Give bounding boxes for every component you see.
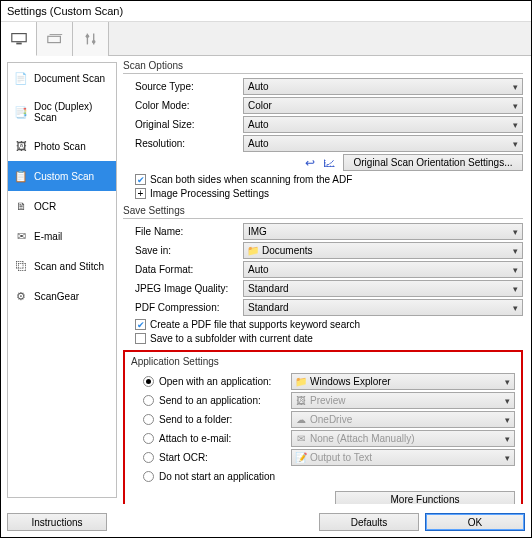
send-folder-radio[interactable]: Send to a folder: [131,414,291,425]
sidebar-label: E-mail [34,231,62,242]
svg-rect-2 [47,36,60,42]
pdf-keyword-checkbox[interactable]: ✔Create a PDF file that supports keyword… [123,319,523,330]
mail-icon: ✉ [295,433,307,445]
photo-icon: 🖼 [14,139,28,153]
app-settings-title: Application Settings [131,356,515,369]
no-app-radio[interactable]: Do not start an application [131,471,291,482]
custom-icon: 📋 [14,169,28,183]
sidebar-item-duplex-scan[interactable]: 📑Doc (Duplex) Scan [8,93,116,131]
svg-rect-1 [16,42,21,44]
tools-icon [82,31,100,47]
scan-options-section: Scan Options Source Type:Auto Color Mode… [123,60,523,199]
email-icon: ✉ [14,229,28,243]
open-app-radio[interactable]: Open with an application: [131,376,291,387]
gear-icon: ⚙ [14,289,28,303]
onedrive-icon: ☁ [295,414,307,426]
application-settings-section: Application Settings Open with an applic… [123,350,523,504]
original-size-label: Original Size: [123,119,243,130]
explorer-icon: 📁 [295,376,307,388]
send-app-select[interactable]: 🖼Preview [291,392,515,409]
svg-point-6 [85,35,89,39]
sidebar-label: Document Scan [34,73,105,84]
subfolder-checkbox[interactable]: Save to a subfolder with current date [123,333,523,344]
file-name-input[interactable]: IMG [243,223,523,240]
radio-icon [143,471,154,482]
scan-both-sides-checkbox[interactable]: ✔Scan both sides when scanning from the … [123,174,523,185]
source-type-select[interactable]: Auto [243,78,523,95]
tab-general-settings[interactable] [73,22,109,56]
sidebar: 📄Document Scan 📑Doc (Duplex) Scan 🖼Photo… [7,62,117,498]
instructions-button[interactable]: Instructions [7,513,107,531]
save-in-select[interactable]: 📁Documents [243,242,523,259]
radio-icon [143,414,154,425]
sidebar-item-custom-scan[interactable]: 📋Custom Scan [8,161,116,191]
content-area: 📄Document Scan 📑Doc (Duplex) Scan 🖼Photo… [1,56,531,504]
save-settings-title: Save Settings [123,205,523,219]
attach-email-select[interactable]: ✉None (Attach Manually) [291,430,515,447]
original-size-select[interactable]: Auto [243,116,523,133]
text-icon: 📝 [295,452,307,464]
pdf-compression-select[interactable]: Standard [243,299,523,316]
duplex-icon: 📑 [14,105,28,119]
sidebar-item-document-scan[interactable]: 📄Document Scan [8,63,116,93]
footer: Instructions Defaults OK [7,513,525,531]
sidebar-item-ocr[interactable]: 🗎OCR [8,191,116,221]
resolution-label: Resolution: [123,138,243,149]
settings-window: { "title": "Settings (Custom Scan)", "si… [0,0,532,538]
send-app-radio[interactable]: Send to an application: [131,395,291,406]
monitor-icon [10,31,28,47]
window-title: Settings (Custom Scan) [1,1,531,22]
sidebar-label: ScanGear [34,291,79,302]
scanner-icon [46,31,64,47]
checkbox-icon [135,333,146,344]
tab-scan-from-computer[interactable] [1,22,37,56]
pdf-compression-label: PDF Compression: [123,302,243,313]
orientation-settings-button[interactable]: Original Scan Orientation Settings... [343,154,523,171]
sidebar-item-scangear[interactable]: ⚙ScanGear [8,281,116,311]
image-processing-expander[interactable]: +Image Processing Settings [123,188,523,199]
checkbox-icon: ✔ [135,174,146,185]
sidebar-label: Custom Scan [34,171,94,182]
sidebar-label: Doc (Duplex) Scan [34,101,110,123]
source-type-label: Source Type: [123,81,243,92]
radio-icon [143,452,154,463]
save-in-label: Save in: [123,245,243,256]
checkbox-icon: ✔ [135,319,146,330]
svg-rect-0 [11,33,25,41]
svg-point-7 [91,40,95,44]
ok-button[interactable]: OK [425,513,525,531]
data-format-select[interactable]: Auto [243,261,523,278]
top-tabbar [1,22,531,56]
radio-icon [143,433,154,444]
sidebar-item-scan-stitch[interactable]: ⿻Scan and Stitch [8,251,116,281]
scan-options-title: Scan Options [123,60,523,74]
orientation-chart-icon[interactable]: 📈︎ [323,156,337,170]
stitch-icon: ⿻ [14,259,28,273]
more-functions-button[interactable]: More Functions [335,491,515,504]
send-folder-select[interactable]: ☁OneDrive [291,411,515,428]
ocr-icon: 🗎 [14,199,28,213]
preview-icon: 🖼 [295,395,307,407]
defaults-button[interactable]: Defaults [319,513,419,531]
main-panel: Scan Options Source Type:Auto Color Mode… [121,56,531,504]
start-ocr-select[interactable]: 📝Output to Text [291,449,515,466]
color-mode-select[interactable]: Color [243,97,523,114]
color-mode-label: Color Mode: [123,100,243,111]
orientation-reset-icon[interactable]: ↩︎ [305,156,317,170]
plus-icon: + [135,188,146,199]
sidebar-label: OCR [34,201,56,212]
save-settings-section: Save Settings File Name:IMG Save in:📁Doc… [123,205,523,344]
radio-icon [143,395,154,406]
sidebar-item-email[interactable]: ✉E-mail [8,221,116,251]
radio-icon [143,376,154,387]
sidebar-label: Photo Scan [34,141,86,152]
resolution-select[interactable]: Auto [243,135,523,152]
sidebar-label: Scan and Stitch [34,261,104,272]
tab-scan-from-panel[interactable] [37,22,73,56]
sidebar-item-photo-scan[interactable]: 🖼Photo Scan [8,131,116,161]
attach-email-radio[interactable]: Attach to e-mail: [131,433,291,444]
folder-icon: 📁 [247,245,259,257]
open-app-select[interactable]: 📁Windows Explorer [291,373,515,390]
start-ocr-radio[interactable]: Start OCR: [131,452,291,463]
jpeg-quality-select[interactable]: Standard [243,280,523,297]
